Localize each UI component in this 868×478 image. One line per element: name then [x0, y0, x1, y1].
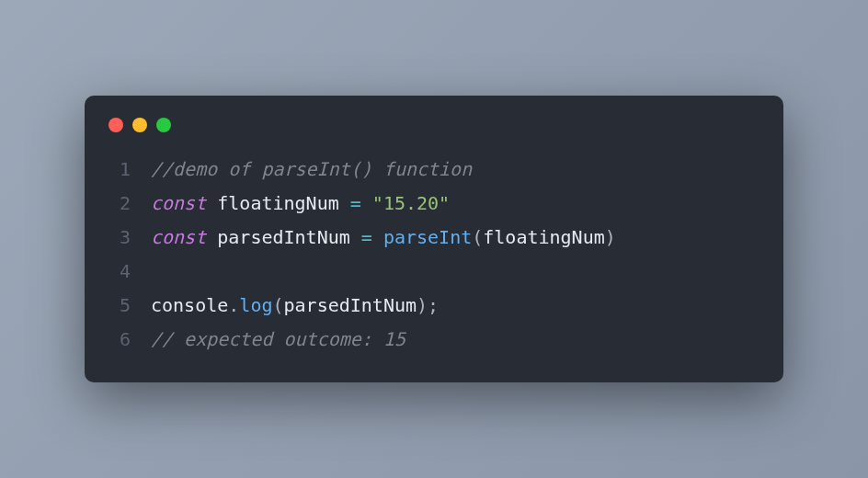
- code-token: =: [361, 226, 372, 248]
- line-content: const floatingNum = "15.20": [151, 187, 760, 221]
- code-token: //demo of parseInt() function: [151, 158, 472, 180]
- line-number: 3: [101, 221, 131, 255]
- code-token: (: [472, 226, 483, 248]
- code-token: .: [228, 294, 239, 316]
- code-token: ): [605, 226, 616, 248]
- code-token: log: [239, 294, 272, 316]
- line-content: //demo of parseInt() function: [151, 153, 760, 187]
- line-number: 1: [101, 153, 131, 187]
- code-line[interactable]: 4: [85, 255, 783, 289]
- code-token: floatingNum: [206, 192, 350, 214]
- code-token: =: [350, 192, 361, 214]
- line-content: console.log(parsedIntNum);: [151, 289, 760, 323]
- code-token: floatingNum: [483, 226, 604, 248]
- line-content: // expected outcome: 15: [151, 323, 760, 357]
- code-token: [361, 192, 372, 214]
- code-token: // expected outcome: 15: [151, 328, 405, 350]
- line-number: 2: [101, 187, 131, 221]
- code-token: const: [151, 192, 206, 214]
- code-token: (: [272, 294, 283, 316]
- code-area[interactable]: 1//demo of parseInt() function2const flo…: [85, 153, 783, 357]
- code-token: parsedIntNum: [206, 226, 361, 248]
- close-icon[interactable]: [108, 118, 123, 132]
- line-content: [151, 255, 760, 289]
- code-token: console: [151, 294, 228, 316]
- code-line[interactable]: 6// expected outcome: 15: [85, 323, 783, 357]
- minimize-icon[interactable]: [132, 118, 147, 132]
- line-number: 4: [101, 255, 131, 289]
- line-number: 5: [101, 289, 131, 323]
- code-token: "15.20": [372, 192, 450, 214]
- code-token: const: [151, 226, 206, 248]
- line-content: const parsedIntNum = parseInt(floatingNu…: [151, 221, 760, 255]
- code-token: [372, 226, 383, 248]
- code-line[interactable]: 2const floatingNum = "15.20": [85, 187, 783, 221]
- line-number: 6: [101, 323, 131, 357]
- traffic-lights: [85, 118, 783, 153]
- code-token: parseInt: [383, 226, 472, 248]
- code-token: parsedIntNum: [284, 294, 417, 316]
- code-line[interactable]: 1//demo of parseInt() function: [85, 153, 783, 187]
- maximize-icon[interactable]: [156, 118, 171, 132]
- code-line[interactable]: 5console.log(parsedIntNum);: [85, 289, 783, 323]
- code-line[interactable]: 3const parsedIntNum = parseInt(floatingN…: [85, 221, 783, 255]
- code-editor-window: 1//demo of parseInt() function2const flo…: [85, 96, 783, 382]
- code-token: );: [417, 294, 439, 316]
